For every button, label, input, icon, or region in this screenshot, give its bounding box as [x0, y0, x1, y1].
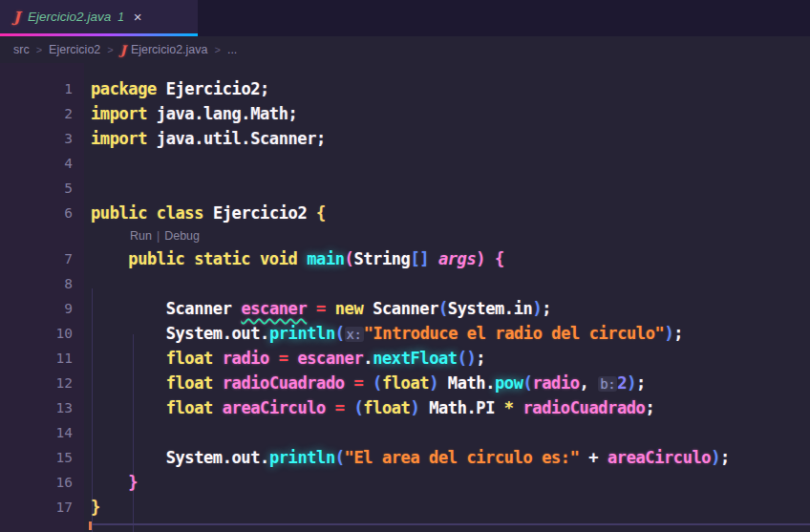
code-token: escaner: [297, 349, 363, 368]
code-token: }: [128, 473, 138, 492]
line-number[interactable]: 6: [0, 205, 84, 221]
code-token: +: [579, 448, 608, 467]
code-token: pow: [495, 373, 523, 393]
chevron-separator-icon: >: [36, 44, 42, 55]
line-number[interactable]: 8: [0, 276, 84, 291]
code-token: (: [345, 249, 354, 268]
line-number[interactable]: 3: [0, 131, 84, 146]
code-token: ): [410, 398, 419, 417]
code-line-text[interactable]: import java.lang.Math;: [91, 104, 297, 123]
breadcrumb-ejercicio2-java[interactable]: Ejercicio2.java: [131, 43, 208, 56]
horizontal-scrollbar[interactable]: [89, 523, 810, 525]
code-line: 3import java.util.Scanner;: [0, 126, 810, 151]
code-token: (: [373, 373, 382, 393]
code-line: 9 Scanner escaner = new Scanner(System.i…: [0, 296, 810, 321]
code-line-text[interactable]: package Ejercicio2;: [91, 79, 269, 98]
codelens-row: Run|Debug: [0, 225, 810, 246]
line-number[interactable]: 15: [0, 450, 84, 465]
code-token: b:: [598, 376, 617, 392]
code-token: ;: [673, 324, 683, 343]
code-token: [438, 373, 448, 393]
line-number[interactable]: 4: [0, 156, 84, 171]
code-token: }: [91, 498, 100, 517]
code-token: [363, 299, 373, 318]
code-token: .in: [504, 299, 533, 318]
code-line: 14: [0, 420, 810, 445]
code-token: [203, 203, 213, 223]
code-line-text[interactable]: public static void main(String[] args) {: [91, 249, 504, 268]
code-line: 7 public static void main(String[] args)…: [0, 246, 810, 271]
code-token: (: [353, 398, 363, 417]
code-token: ;: [260, 79, 269, 98]
code-token: (: [335, 324, 345, 343]
code-token: ;: [476, 349, 485, 368]
code-token: [345, 373, 354, 393]
code-line: 15 System.out.println("El area del circu…: [0, 445, 810, 470]
code-token: [91, 299, 166, 318]
codelens-debug-link[interactable]: Debug: [164, 229, 200, 243]
code-token: [91, 349, 166, 368]
code-token: .: [485, 373, 495, 393]
code-token: [345, 398, 354, 417]
code-token: {: [316, 203, 326, 223]
code-token: *: [504, 398, 514, 417]
code-line-text[interactable]: float radioCuadrado = (float) Math.pow(r…: [91, 373, 646, 393]
code-token: [157, 79, 166, 98]
line-number[interactable]: 2: [0, 106, 84, 121]
line-number[interactable]: 16: [0, 475, 84, 490]
line-number[interactable]: 1: [0, 81, 84, 96]
code-token: (: [523, 373, 533, 393]
code-token: float: [166, 398, 213, 417]
breadcrumb-src[interactable]: src: [13, 43, 30, 56]
code-token: float: [363, 398, 410, 417]
code-line: 17}: [0, 495, 810, 520]
codelens-run-link[interactable]: Run: [130, 229, 152, 243]
code-token: import: [91, 129, 147, 148]
code-token: ,: [580, 373, 599, 393]
line-number[interactable]: 10: [0, 326, 84, 341]
code-token: System: [166, 448, 223, 467]
code-token: 2: [617, 373, 627, 393]
code-token: [297, 249, 307, 268]
line-number[interactable]: 12: [0, 375, 84, 391]
code-token: [326, 299, 335, 318]
breadcrumb-symbol-path[interactable]: ...: [227, 43, 237, 56]
line-number[interactable]: 7: [0, 251, 84, 266]
code-token: radio: [532, 373, 579, 393]
line-number[interactable]: 17: [0, 500, 84, 515]
code-token: [91, 324, 166, 343]
code-line-text[interactable]: public class Ejercicio2 {: [91, 203, 326, 223]
code-token: ;: [720, 448, 730, 467]
line-number[interactable]: 13: [0, 400, 84, 415]
code-token: .PI: [467, 398, 504, 417]
code-token: radio: [223, 349, 269, 368]
breadcrumb-ejercicio2[interactable]: Ejercicio2: [49, 43, 100, 56]
code-token: [326, 398, 335, 417]
code-token: [419, 398, 429, 417]
tab-ejercicio2-java[interactable]: J Ejercicio2.java 1 ×: [0, 0, 198, 36]
code-token: radioCuadrado: [223, 373, 345, 393]
code-line-text[interactable]: import java.util.Scanner;: [91, 129, 326, 148]
code-token: float: [382, 373, 429, 393]
code-line-text[interactable]: }: [91, 473, 138, 492]
code-token: Ejercicio2: [213, 203, 307, 223]
line-number[interactable]: 5: [0, 181, 84, 196]
code-line: 2import java.lang.Math;: [0, 101, 810, 126]
code-token: java.lang.Math;: [147, 104, 297, 123]
code-line-text[interactable]: float areaCirculo = (float) Math.PI * ra…: [91, 398, 654, 417]
code-line-text[interactable]: System.out.println(x:"Introduce el radio…: [91, 324, 683, 343]
line-number[interactable]: 11: [0, 351, 84, 366]
code-token: =: [279, 349, 288, 368]
code-line-text[interactable]: Scanner escaner = new Scanner(System.in)…: [91, 299, 551, 318]
close-icon[interactable]: ×: [134, 9, 142, 25]
code-token: [307, 299, 316, 318]
code-line-text[interactable]: }: [91, 498, 100, 517]
code-token: [213, 349, 223, 368]
code-token: [91, 448, 166, 467]
code-token: [269, 349, 279, 368]
line-number[interactable]: 14: [0, 425, 84, 440]
breadcrumb: src > Ejercicio2 > J Ejercicio2.java > .…: [0, 36, 810, 63]
code-line-text[interactable]: System.out.println("El area del circulo …: [91, 448, 730, 467]
code-line-text[interactable]: float radio = escaner.nextFloat();: [91, 349, 485, 368]
line-number[interactable]: 9: [0, 301, 84, 316]
